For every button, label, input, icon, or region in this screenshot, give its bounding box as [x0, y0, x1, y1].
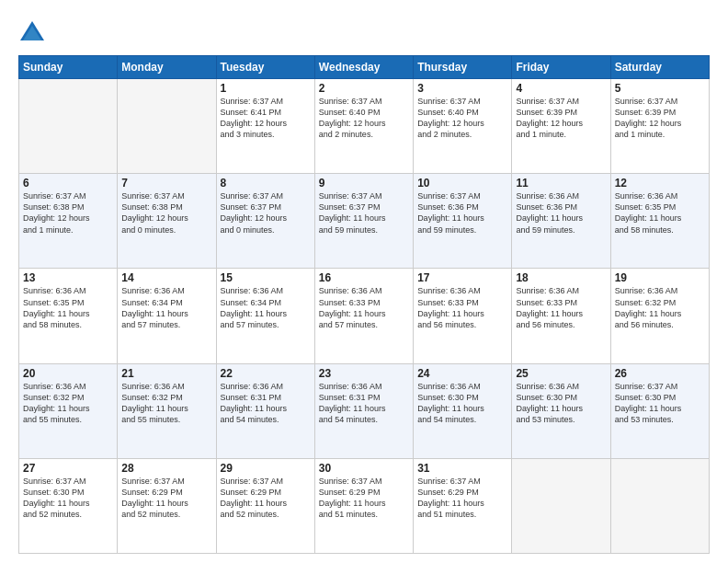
calendar-cell: 24Sunrise: 6:36 AM Sunset: 6:30 PM Dayli… — [414, 363, 512, 458]
calendar-cell: 17Sunrise: 6:36 AM Sunset: 6:33 PM Dayli… — [414, 269, 512, 363]
calendar-cell: 19Sunrise: 6:36 AM Sunset: 6:32 PM Dayli… — [610, 269, 709, 363]
day-number: 24 — [417, 367, 507, 380]
day-number: 11 — [516, 177, 606, 190]
calendar-cell: 21Sunrise: 6:36 AM Sunset: 6:32 PM Dayli… — [118, 363, 216, 458]
day-number: 20 — [23, 367, 113, 380]
calendar-header-friday: Friday — [512, 56, 610, 79]
calendar-week-row: 20Sunrise: 6:36 AM Sunset: 6:32 PM Dayli… — [19, 363, 710, 458]
logo — [18, 18, 50, 46]
day-number: 21 — [121, 367, 211, 380]
calendar-cell: 3Sunrise: 6:37 AM Sunset: 6:40 PM Daylig… — [414, 79, 512, 174]
calendar-cell: 7Sunrise: 6:37 AM Sunset: 6:38 PM Daylig… — [118, 174, 216, 269]
calendar-header-thursday: Thursday — [414, 56, 512, 79]
calendar-header-tuesday: Tuesday — [216, 56, 314, 79]
calendar-week-row: 13Sunrise: 6:36 AM Sunset: 6:35 PM Dayli… — [19, 269, 710, 363]
day-number: 31 — [417, 462, 507, 475]
day-info: Sunrise: 6:37 AM Sunset: 6:39 PM Dayligh… — [516, 96, 606, 141]
day-info: Sunrise: 6:36 AM Sunset: 6:31 PM Dayligh… — [319, 381, 409, 426]
day-info: Sunrise: 6:36 AM Sunset: 6:34 PM Dayligh… — [221, 285, 311, 330]
day-number: 4 — [516, 82, 606, 95]
calendar-cell: 31Sunrise: 6:37 AM Sunset: 6:29 PM Dayli… — [414, 458, 512, 553]
day-number: 26 — [615, 367, 705, 380]
day-number: 27 — [23, 462, 113, 475]
header — [18, 18, 710, 46]
day-number: 25 — [516, 367, 606, 380]
day-info: Sunrise: 6:37 AM Sunset: 6:37 PM Dayligh… — [319, 190, 409, 236]
day-info: Sunrise: 6:36 AM Sunset: 6:32 PM Dayligh… — [23, 381, 113, 426]
calendar-cell: 11Sunrise: 6:36 AM Sunset: 6:36 PM Dayli… — [512, 174, 610, 269]
day-number: 3 — [417, 82, 507, 95]
calendar-cell: 16Sunrise: 6:36 AM Sunset: 6:33 PM Dayli… — [314, 269, 413, 363]
day-info: Sunrise: 6:37 AM Sunset: 6:41 PM Dayligh… — [221, 96, 311, 141]
day-number: 5 — [615, 82, 705, 95]
calendar-cell: 22Sunrise: 6:36 AM Sunset: 6:31 PM Dayli… — [216, 363, 314, 458]
day-number: 28 — [121, 462, 211, 475]
calendar-cell — [118, 79, 216, 174]
day-number: 7 — [121, 177, 211, 190]
day-info: Sunrise: 6:36 AM Sunset: 6:32 PM Dayligh… — [615, 285, 705, 330]
day-info: Sunrise: 6:36 AM Sunset: 6:30 PM Dayligh… — [417, 381, 507, 426]
day-number: 29 — [221, 462, 311, 475]
day-number: 1 — [221, 82, 311, 95]
calendar-cell: 29Sunrise: 6:37 AM Sunset: 6:29 PM Dayli… — [216, 458, 314, 553]
calendar-cell: 12Sunrise: 6:36 AM Sunset: 6:35 PM Dayli… — [610, 174, 709, 269]
day-info: Sunrise: 6:37 AM Sunset: 6:29 PM Dayligh… — [221, 476, 311, 521]
day-number: 30 — [319, 462, 409, 475]
day-info: Sunrise: 6:37 AM Sunset: 6:30 PM Dayligh… — [615, 381, 705, 426]
logo-icon — [18, 18, 46, 46]
day-info: Sunrise: 6:36 AM Sunset: 6:31 PM Dayligh… — [221, 381, 311, 426]
page: SundayMondayTuesdayWednesdayThursdayFrid… — [0, 0, 728, 563]
calendar-cell: 1Sunrise: 6:37 AM Sunset: 6:41 PM Daylig… — [216, 79, 314, 174]
day-info: Sunrise: 6:37 AM Sunset: 6:39 PM Dayligh… — [615, 96, 705, 141]
day-info: Sunrise: 6:37 AM Sunset: 6:29 PM Dayligh… — [417, 476, 507, 521]
calendar-header-saturday: Saturday — [610, 56, 709, 79]
calendar-cell — [19, 79, 118, 174]
calendar-cell: 6Sunrise: 6:37 AM Sunset: 6:38 PM Daylig… — [19, 174, 118, 269]
calendar-cell: 20Sunrise: 6:36 AM Sunset: 6:32 PM Dayli… — [19, 363, 118, 458]
calendar-cell: 4Sunrise: 6:37 AM Sunset: 6:39 PM Daylig… — [512, 79, 610, 174]
day-info: Sunrise: 6:36 AM Sunset: 6:35 PM Dayligh… — [23, 285, 113, 330]
calendar-cell: 9Sunrise: 6:37 AM Sunset: 6:37 PM Daylig… — [314, 174, 413, 269]
day-number: 16 — [319, 271, 409, 284]
calendar-cell — [512, 458, 610, 553]
day-number: 12 — [615, 177, 705, 190]
calendar-cell — [610, 458, 709, 553]
calendar-cell: 28Sunrise: 6:37 AM Sunset: 6:29 PM Dayli… — [118, 458, 216, 553]
day-number: 6 — [23, 177, 113, 190]
day-info: Sunrise: 6:36 AM Sunset: 6:30 PM Dayligh… — [516, 381, 606, 426]
day-info: Sunrise: 6:37 AM Sunset: 6:38 PM Dayligh… — [23, 190, 113, 236]
calendar-cell: 13Sunrise: 6:36 AM Sunset: 6:35 PM Dayli… — [19, 269, 118, 363]
day-number: 9 — [319, 177, 409, 190]
day-info: Sunrise: 6:36 AM Sunset: 6:35 PM Dayligh… — [615, 190, 705, 236]
day-info: Sunrise: 6:37 AM Sunset: 6:40 PM Dayligh… — [319, 96, 409, 141]
day-number: 23 — [319, 367, 409, 380]
day-info: Sunrise: 6:37 AM Sunset: 6:36 PM Dayligh… — [417, 190, 507, 236]
calendar-week-row: 1Sunrise: 6:37 AM Sunset: 6:41 PM Daylig… — [19, 79, 710, 174]
day-number: 8 — [221, 177, 311, 190]
calendar-cell: 15Sunrise: 6:36 AM Sunset: 6:34 PM Dayli… — [216, 269, 314, 363]
calendar-cell: 2Sunrise: 6:37 AM Sunset: 6:40 PM Daylig… — [314, 79, 413, 174]
calendar-header-sunday: Sunday — [19, 56, 118, 79]
calendar-header-wednesday: Wednesday — [314, 56, 413, 79]
calendar-cell: 5Sunrise: 6:37 AM Sunset: 6:39 PM Daylig… — [610, 79, 709, 174]
calendar-header-monday: Monday — [118, 56, 216, 79]
day-number: 13 — [23, 271, 113, 284]
day-info: Sunrise: 6:37 AM Sunset: 6:40 PM Dayligh… — [417, 96, 507, 141]
day-info: Sunrise: 6:36 AM Sunset: 6:36 PM Dayligh… — [516, 190, 606, 236]
day-number: 19 — [615, 271, 705, 284]
calendar-cell: 14Sunrise: 6:36 AM Sunset: 6:34 PM Dayli… — [118, 269, 216, 363]
day-number: 15 — [221, 271, 311, 284]
day-info: Sunrise: 6:37 AM Sunset: 6:29 PM Dayligh… — [319, 476, 409, 521]
day-info: Sunrise: 6:36 AM Sunset: 6:33 PM Dayligh… — [417, 285, 507, 330]
calendar-header-row: SundayMondayTuesdayWednesdayThursdayFrid… — [19, 56, 710, 79]
day-number: 2 — [319, 82, 409, 95]
calendar-cell: 26Sunrise: 6:37 AM Sunset: 6:30 PM Dayli… — [610, 363, 709, 458]
day-info: Sunrise: 6:37 AM Sunset: 6:29 PM Dayligh… — [121, 476, 211, 521]
day-number: 14 — [121, 271, 211, 284]
day-info: Sunrise: 6:36 AM Sunset: 6:33 PM Dayligh… — [319, 285, 409, 330]
day-number: 18 — [516, 271, 606, 284]
calendar-cell: 27Sunrise: 6:37 AM Sunset: 6:30 PM Dayli… — [19, 458, 118, 553]
calendar-cell: 10Sunrise: 6:37 AM Sunset: 6:36 PM Dayli… — [414, 174, 512, 269]
day-info: Sunrise: 6:36 AM Sunset: 6:32 PM Dayligh… — [121, 381, 211, 426]
calendar-week-row: 6Sunrise: 6:37 AM Sunset: 6:38 PM Daylig… — [19, 174, 710, 269]
